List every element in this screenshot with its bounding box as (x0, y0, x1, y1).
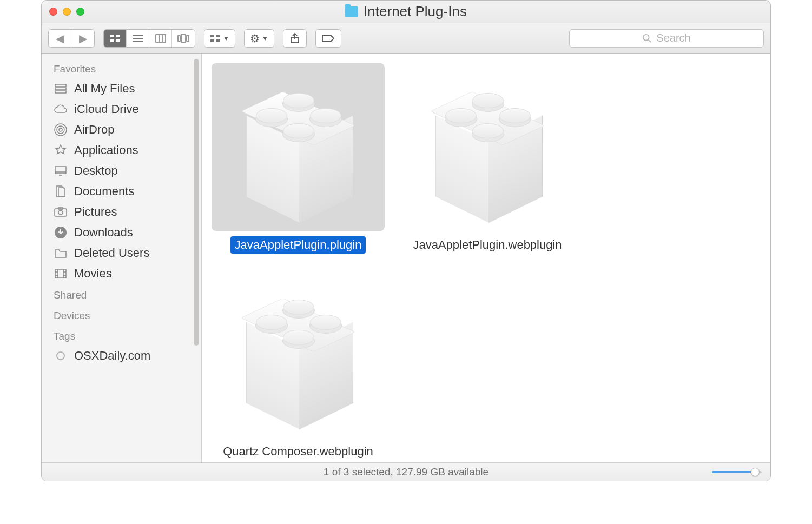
svg-line-19 (649, 39, 651, 42)
sidebar-item-label: AirDrop (74, 123, 115, 137)
sidebar-item-label: OSXDaily.com (74, 349, 150, 363)
status-bar: 1 of 3 selected, 127.99 GB available (42, 462, 770, 481)
sidebar-item-icloud-drive[interactable]: iCloud Drive (45, 99, 201, 120)
share-button[interactable] (283, 30, 306, 47)
arrange-button-group: ▼ (204, 29, 235, 48)
svg-rect-20 (55, 84, 66, 87)
action-button-group: ⚙ ▼ (244, 29, 274, 48)
sidebar-item-all-my-files[interactable]: All My Files (45, 78, 201, 99)
sidebar-item-airdrop[interactable]: AirDrop (45, 120, 201, 140)
sidebar-item-label: Applications (74, 143, 138, 157)
tags-button[interactable] (316, 30, 341, 47)
file-name[interactable]: JavaAppletPlugin.webplugin (408, 236, 566, 254)
desktop-icon (54, 164, 68, 178)
nav-buttons: ◀ ▶ (48, 29, 95, 48)
chevron-down-icon: ▼ (223, 35, 229, 42)
view-buttons (103, 29, 195, 48)
svg-point-24 (57, 126, 64, 134)
file-name[interactable]: Quartz Composer.webplugin (219, 443, 378, 460)
window-controls (42, 8, 84, 16)
search-placeholder: Search (656, 32, 690, 44)
applications-icon (54, 143, 68, 157)
file-name[interactable]: JavaAppletPlugin.plugin (230, 236, 366, 254)
sidebar-item-label: Downloads (74, 225, 133, 240)
sidebar-item-documents[interactable]: Documents (45, 181, 201, 202)
sidebar-item-deleted-users[interactable]: Deleted Users (45, 243, 201, 263)
action-button[interactable]: ⚙ ▼ (245, 30, 274, 47)
sidebar-item-applications[interactable]: Applications (45, 140, 201, 161)
file-icon-container (212, 270, 385, 437)
sidebar-item-label: Deleted Users (74, 246, 149, 260)
section-favorites: Favorites (45, 58, 201, 78)
status-text: 1 of 3 selected, 127.99 GB available (324, 466, 488, 478)
section-tags: Tags (45, 325, 201, 346)
file-grid[interactable]: JavaAppletPlugin.plugin JavaAppletPlugin… (202, 54, 770, 462)
list-view-button[interactable] (127, 30, 149, 47)
sidebar-item-label: Documents (74, 184, 134, 198)
titlebar: Internet Plug-Ins (42, 1, 770, 23)
svg-rect-1 (116, 35, 120, 37)
svg-point-18 (643, 34, 649, 40)
close-window-button[interactable] (49, 8, 57, 16)
file-item[interactable]: JavaAppletPlugin.webplugin (401, 63, 574, 254)
svg-rect-15 (210, 39, 214, 42)
finder-window: Internet Plug-Ins ◀ ▶ ▼ (41, 0, 771, 481)
section-devices: Devices (45, 304, 201, 325)
svg-rect-7 (156, 35, 166, 42)
icon-view-button[interactable] (104, 30, 127, 47)
sidebar-item-movies[interactable]: Movies (45, 263, 201, 284)
icon-size-slider[interactable] (712, 471, 762, 473)
sidebar-item-label: Pictures (74, 205, 117, 219)
file-item[interactable]: JavaAppletPlugin.plugin (212, 63, 385, 254)
movies-icon (54, 267, 68, 281)
sidebar-tag-item[interactable]: OSXDaily.com (45, 346, 201, 366)
minimize-window-button[interactable] (63, 8, 71, 16)
svg-rect-16 (216, 39, 220, 42)
svg-point-30 (58, 210, 63, 215)
sidebar-scrollbar[interactable] (194, 59, 199, 346)
coverflow-view-button[interactable] (172, 30, 195, 47)
svg-rect-10 (181, 35, 186, 42)
plugin-icon (228, 77, 368, 217)
all-my-files-icon (54, 82, 68, 96)
sidebar-item-downloads[interactable]: Downloads (45, 222, 201, 243)
window-title: Internet Plug-Ins (42, 3, 770, 20)
file-icon-container (212, 63, 385, 231)
section-shared: Shared (45, 284, 201, 304)
folder-icon (345, 6, 358, 17)
downloads-icon (54, 225, 68, 240)
plugin-icon (417, 77, 558, 217)
svg-rect-21 (55, 88, 66, 90)
toolbar: ◀ ▶ ▼ ⚙ ▼ (42, 23, 770, 54)
tags-button-group (315, 29, 341, 48)
column-view-button[interactable] (149, 30, 172, 47)
search-icon (642, 34, 652, 43)
sidebar-item-label: Movies (74, 267, 112, 281)
file-icon-container (401, 63, 574, 231)
folder-icon (54, 246, 68, 260)
file-item[interactable]: Quartz Composer.webplugin (212, 270, 385, 460)
tag-circle-icon (54, 349, 68, 363)
svg-rect-2 (110, 39, 114, 42)
svg-point-23 (59, 128, 62, 131)
zoom-window-button[interactable] (76, 8, 84, 16)
search-field[interactable]: Search (569, 29, 764, 48)
airdrop-icon (54, 123, 68, 137)
sidebar-item-desktop[interactable]: Desktop (45, 161, 201, 181)
arrange-button[interactable]: ▼ (204, 30, 235, 47)
documents-icon (54, 184, 68, 198)
sidebar: Favorites All My Files iCloud Drive AirD… (42, 54, 202, 462)
share-button-group (283, 29, 307, 48)
sidebar-item-label: Desktop (74, 164, 118, 178)
chevron-down-icon: ▼ (262, 35, 268, 42)
svg-rect-3 (116, 39, 120, 42)
svg-rect-12 (187, 36, 189, 41)
gear-icon: ⚙ (250, 32, 260, 45)
sidebar-item-pictures[interactable]: Pictures (45, 202, 201, 222)
sidebar-item-label: iCloud Drive (74, 102, 139, 116)
forward-button[interactable]: ▶ (71, 30, 94, 47)
svg-rect-0 (110, 35, 114, 37)
back-button[interactable]: ◀ (49, 30, 71, 47)
svg-rect-14 (216, 35, 220, 37)
icloud-icon (54, 102, 68, 116)
